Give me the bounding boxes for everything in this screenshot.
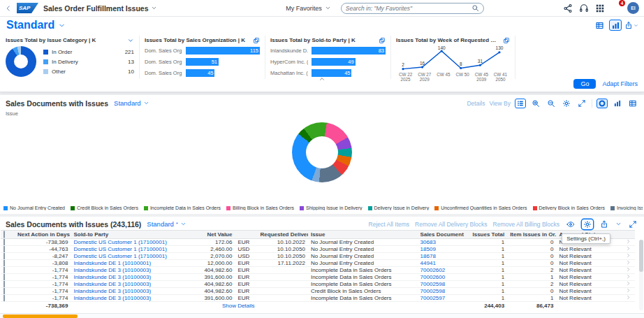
row-checkbox[interactable] xyxy=(3,281,5,288)
horizontal-scrollbar[interactable] xyxy=(0,313,644,318)
column-header[interactable]: Item Issues in Or... xyxy=(507,231,556,239)
row-checkbox[interactable] xyxy=(3,260,5,267)
table-row[interactable]: -8,247Domestic US Customer 1 (17100001)2… xyxy=(1,253,635,260)
sold-to-link[interactable]: Domestic US Customer 1 (17100001) xyxy=(73,239,166,245)
row-navigation-chevron[interactable] xyxy=(622,253,635,260)
legend-item[interactable]: Invoicing Issue in Delivery xyxy=(610,205,643,210)
chevron-down-icon[interactable] xyxy=(127,37,134,44)
bar[interactable]: 115 xyxy=(186,47,260,55)
legend-item[interactable]: Billing Block in Sales Orders xyxy=(226,205,294,210)
kpi-card-issue-category[interactable]: Issues Total by Issue Category | K In Or… xyxy=(6,36,140,79)
row-checkbox[interactable] xyxy=(3,267,5,274)
row-select-cell[interactable] xyxy=(1,295,15,302)
row-checkbox[interactable] xyxy=(3,246,5,253)
row-checkbox[interactable] xyxy=(3,274,5,281)
sales-document-link[interactable]: 70002598 xyxy=(420,288,446,294)
copy-icon[interactable] xyxy=(253,37,260,44)
sold-to-link[interactable]: Inlandskunde DE 3 (10100003) xyxy=(73,288,151,294)
zoom-out-button[interactable] xyxy=(546,99,557,108)
column-header[interactable]: Sales Document xyxy=(418,231,467,239)
column-header[interactable] xyxy=(235,231,257,239)
table-row[interactable]: -1,774Inlandskunde DE 3 (10100003)391,60… xyxy=(1,274,635,281)
row-navigation-chevron[interactable] xyxy=(622,239,635,246)
table-row[interactable]: -1,774Inlandskunde DE 3 (10100003)391,60… xyxy=(1,295,635,302)
support-icon[interactable] xyxy=(579,3,589,13)
sold-to-link[interactable]: Domestic US Customer 1 (17100001) xyxy=(73,246,166,252)
sales-document-link[interactable]: 44941 xyxy=(420,260,436,266)
show-details-link[interactable]: Show Details xyxy=(222,303,255,309)
bar-chart-type-button[interactable] xyxy=(612,99,623,108)
kpi-card-week[interactable]: Issues Total by Week of Requested Deli..… xyxy=(391,36,515,79)
adapt-filters-link[interactable]: Adapt Filters xyxy=(602,80,638,87)
row-navigation-chevron[interactable] xyxy=(622,274,635,281)
bar-row[interactable]: Dom. Sales Org ...51 xyxy=(145,56,260,67)
sold-to-link[interactable]: Inlandskunde DE 3 (10100003) xyxy=(73,295,151,301)
sold-to-link[interactable]: Inlandskunde DE 3 (10100003) xyxy=(73,274,151,280)
row-select-cell[interactable] xyxy=(1,239,15,246)
share-menu-button[interactable] xyxy=(625,20,638,31)
issue-donut-chart[interactable] xyxy=(292,122,352,182)
app-title[interactable]: Sales Order Fulfillment Issues xyxy=(43,4,157,13)
row-select-cell[interactable] xyxy=(1,281,15,288)
chart-variant-selector[interactable]: Standard xyxy=(114,99,149,107)
table-row[interactable]: -1,774Inlandskunde DE 3 (10100003)404,98… xyxy=(1,281,635,288)
column-header[interactable]: Issue xyxy=(308,231,418,239)
table-fullscreen-button[interactable] xyxy=(627,219,638,229)
donut-chart-type-button[interactable] xyxy=(597,99,608,108)
column-header[interactable]: Issues Total xyxy=(467,231,507,239)
back-icon[interactable] xyxy=(5,4,12,13)
show-details-toggle-button[interactable] xyxy=(565,219,576,229)
row-navigation-chevron[interactable] xyxy=(622,267,635,274)
sales-document-link[interactable]: 18678 xyxy=(420,253,436,259)
card-view-button[interactable] xyxy=(593,20,606,31)
sales-org-bar-chart[interactable]: Dom. Sales Org ...115Dom. Sales Org ...5… xyxy=(145,45,260,78)
sales-document-link[interactable]: 70002600 xyxy=(420,274,446,280)
sales-document-link[interactable]: 70002602 xyxy=(420,267,446,273)
row-select-cell[interactable] xyxy=(1,246,15,253)
sold-to-link[interactable]: Inlandskunde DE 3 (10100003) xyxy=(73,281,151,287)
row-checkbox[interactable] xyxy=(3,288,5,295)
sold-to-link[interactable]: Domestic US Customer 1 (17100001) xyxy=(73,253,166,259)
kpi-card-sales-org[interactable]: Issues Total by Sales Organization | K D… xyxy=(140,36,265,79)
sales-document-link[interactable]: 70002597 xyxy=(420,295,446,301)
remove-delivery-blocks-button[interactable]: Remove All Delivery Blocks xyxy=(415,221,487,228)
kpi-card-sold-to[interactable]: Issues Total by Sold-to Party | K Inland… xyxy=(265,36,391,79)
column-header[interactable]: Next Action in Days xyxy=(15,231,71,239)
table-vertical-scrollbar[interactable] xyxy=(639,240,643,310)
table-row[interactable]: -1,774Inlandskunde DE 3 (10100003)404,98… xyxy=(1,288,635,295)
remove-billing-blocks-button[interactable]: Remove All Billing Blocks xyxy=(493,221,559,228)
legend-item[interactable]: Other10 xyxy=(43,66,134,76)
collapse-header-button[interactable] xyxy=(313,75,331,82)
reject-all-items-button[interactable]: Reject All Items xyxy=(369,221,410,228)
zoom-in-button[interactable] xyxy=(530,99,541,108)
fullscreen-button[interactable] xyxy=(576,99,587,108)
row-navigation-chevron[interactable] xyxy=(622,288,635,295)
table-settings-button[interactable] xyxy=(582,219,593,229)
select-all-checkbox[interactable] xyxy=(3,231,5,238)
page-variant-selector[interactable]: Standard xyxy=(6,19,66,31)
table-type-button[interactable] xyxy=(627,99,638,108)
column-header[interactable]: Net Value xyxy=(180,231,235,239)
row-checkbox[interactable] xyxy=(3,253,5,260)
legend-item[interactable]: Shipping Issue in Delivery xyxy=(300,205,363,210)
legend-item[interactable]: Delivery Issue in Delivery xyxy=(368,205,430,210)
avatar[interactable]: EI xyxy=(627,2,639,14)
chevron-down-icon[interactable] xyxy=(615,221,622,227)
bar-row[interactable]: Inlandskunde D...83 xyxy=(270,45,386,56)
chart-settings-button[interactable] xyxy=(561,99,572,108)
app-finder-icon[interactable] xyxy=(595,3,605,13)
row-select-cell[interactable] xyxy=(1,274,15,281)
scrollbar-thumb[interactable] xyxy=(639,240,643,272)
table-row[interactable]: -1,774Inlandskunde DE 3 (10100003)404,98… xyxy=(1,267,635,274)
chart-view-button[interactable] xyxy=(609,20,622,31)
row-checkbox[interactable] xyxy=(3,239,5,246)
search-box[interactable] xyxy=(341,3,484,14)
go-button[interactable]: Go xyxy=(573,79,596,89)
row-navigation-chevron[interactable] xyxy=(622,260,635,267)
table-variant-selector[interactable]: Standard* xyxy=(147,220,186,228)
copy-icon[interactable] xyxy=(503,37,510,44)
legend-toggle-button[interactable] xyxy=(515,99,526,108)
row-select-cell[interactable] xyxy=(1,260,15,267)
legend-item[interactable]: Incomplete Data in Sales Orders xyxy=(144,205,221,210)
copy-icon[interactable] xyxy=(379,37,386,44)
